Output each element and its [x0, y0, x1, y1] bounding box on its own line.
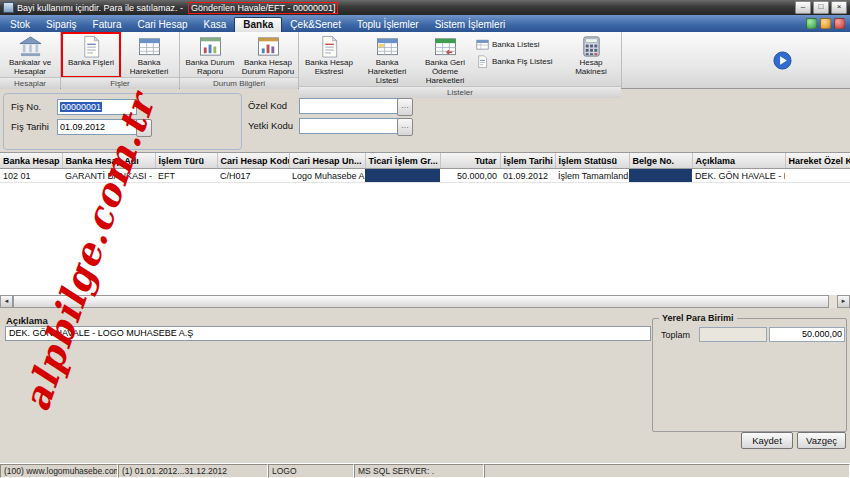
ozel-kod-label: Özel Kod: [248, 100, 287, 111]
save-button[interactable]: Kaydet: [741, 432, 793, 449]
ozel-kod-input[interactable]: [299, 98, 400, 114]
scrollbar-thumb[interactable]: [13, 295, 829, 308]
col-islem-turu[interactable]: İşlem Türü: [155, 153, 217, 169]
banka-hesap-ekstresi-button[interactable]: Banka Hesap Ekstresi: [300, 33, 358, 86]
blue-circle-button[interactable]: [773, 51, 792, 70]
fis-tarihi-value: 01.09.2012: [60, 122, 105, 132]
col-belge-no[interactable]: Belge No.: [629, 153, 692, 169]
listeler-small-buttons: Banka Listesi Banka Fiş Listesi: [474, 33, 562, 86]
menu-item-banka[interactable]: Banka: [234, 17, 282, 32]
menu-item-sistem-islemleri[interactable]: Sistem İşlemleri: [427, 17, 514, 32]
cell-belge-no[interactable]: [629, 169, 692, 183]
status-user: LOGO: [268, 464, 354, 478]
menu-item-stok[interactable]: Stok: [2, 17, 38, 32]
scroll-left-icon[interactable]: ◄: [0, 295, 13, 308]
minimize-button[interactable]: –: [795, 1, 811, 14]
cell-cari-hesap-unvani[interactable]: Logo Muhasebe A.Ş: [289, 169, 365, 183]
close-button[interactable]: ×: [831, 1, 847, 14]
table-row[interactable]: 102 01 GARANTİ BANKASI - KADIK... EFT C/…: [0, 169, 850, 183]
menu-item-fatura[interactable]: Fatura: [85, 17, 130, 32]
green-status-icon[interactable]: [806, 18, 817, 29]
cell-banka-hesap-adi[interactable]: GARANTİ BANKASI - KADIK...: [62, 169, 155, 183]
cancel-button[interactable]: Vazgeç: [797, 432, 846, 449]
button-label: Banka Hesap Ekstresi: [301, 59, 357, 77]
status-server: MS SQL SERVER: .: [354, 464, 484, 478]
col-islem-tarihi[interactable]: İşlem Tarihi: [500, 153, 555, 169]
banka-fisleri-button[interactable]: Banka Fişleri: [62, 33, 120, 77]
col-cari-hesap-kodu[interactable]: Cari Hesap Kodu: [217, 153, 289, 169]
status-bar: (100) www.logomuhasebe.com (1) 01.01.201…: [0, 463, 850, 478]
status-period: (1) 01.01.2012...31.12.2012: [118, 464, 268, 478]
hesap-makinesi-button[interactable]: Hesap Makinesi: [562, 33, 620, 86]
cell-islem-tarihi[interactable]: 01.09.2012: [500, 169, 555, 183]
window-controls: – □ ×: [795, 1, 847, 14]
cell-aciklama[interactable]: DEK. GÖN HAVALE - LOGO MUHA: [692, 169, 785, 183]
col-islem-statusu[interactable]: İşlem Statüsü: [555, 153, 629, 169]
yetki-kodu-label: Yetki Kodu: [248, 120, 293, 131]
ribbon-group-fisler: Banka Fişleri Banka Hareketleri Fişler: [61, 32, 180, 88]
banka-hareketleri-button[interactable]: Banka Hareketleri: [120, 33, 178, 77]
window-title: Bayi kullanımı içindir. Para ile satılam…: [17, 3, 183, 13]
title-bar: Bayi kullanımı içindir. Para ile satılam…: [0, 0, 850, 15]
banka-hareketleri-listesi-button[interactable]: Banka Hareketleri Listesi: [358, 33, 416, 86]
banka-fisleri-icon: [80, 35, 103, 58]
group-label-durum-bilgileri: Durum Bilgileri: [180, 77, 298, 89]
banka-geri-odeme-hareketleri-button[interactable]: Banka Geri Ödeme Hareketleri: [416, 33, 474, 86]
orange-status-icon[interactable]: [820, 18, 831, 29]
toplam-currency-field[interactable]: [699, 327, 767, 342]
banka-hesap-durum-raporu-button[interactable]: Banka Hesap Durum Raporu: [239, 33, 297, 77]
col-cari-hesap-unvani[interactable]: Cari Hesap Un...: [289, 153, 365, 169]
button-label: Banka Durum Raporu: [182, 59, 238, 77]
banka-listesi-icon: [476, 38, 489, 51]
cell-ticari-islem-grubu[interactable]: [365, 169, 440, 183]
fis-no-value: 00000001: [60, 102, 102, 112]
window-title-highlight: Gönderilen Havale/EFT - 00000001]: [188, 2, 338, 14]
red-status-icon[interactable]: [834, 18, 845, 29]
col-banka-hesap-kodu[interactable]: Banka Hesap K...: [0, 153, 62, 169]
scroll-right-icon[interactable]: ►: [837, 295, 850, 308]
menu-item-siparis[interactable]: Sipariş: [38, 17, 85, 32]
maximize-button[interactable]: □: [813, 1, 829, 14]
banka-hareketleri-icon: [138, 35, 161, 58]
yerel-para-birimi-title: Yerel Para Birimi: [659, 313, 737, 323]
col-hareket-ozel-kodu[interactable]: Hareket Özel K...: [785, 153, 850, 169]
cell-islem-turu[interactable]: EFT: [155, 169, 217, 183]
ribbon-tail: [622, 32, 850, 88]
banka-hesap-ekstresi-icon: [318, 35, 341, 58]
fis-info-panel: Fiş No. 00000001 Fiş Tarihi 01.09.2012 ▾: [3, 93, 242, 150]
yerel-para-birimi-groupbox: Yerel Para Birimi Toplam 50.000,00: [652, 318, 847, 432]
scrollbar-track[interactable]: [13, 295, 837, 308]
cell-hareket-ozel-kodu[interactable]: [785, 169, 850, 183]
ozel-kod-browse-button[interactable]: …: [397, 98, 413, 116]
menu-item-toplu-islemler[interactable]: Toplu İşlemler: [349, 17, 427, 32]
menu-item-kasa[interactable]: Kasa: [196, 17, 235, 32]
status-empty: [484, 464, 850, 478]
banka-listesi-button[interactable]: Banka Listesi: [476, 37, 560, 51]
col-banka-hesap-adi[interactable]: Banka Hesap Adı: [62, 153, 155, 169]
toplam-value-field[interactable]: 50.000,00: [769, 327, 845, 342]
banka-durum-raporu-button[interactable]: Banka Durum Raporu: [181, 33, 239, 77]
grid-horizontal-scrollbar: ◄ ►: [0, 294, 850, 308]
cell-tutar[interactable]: 50.000,00: [440, 169, 500, 183]
aciklama-input[interactable]: DEK. GÖN HAVALE - LOGO MUHASEBE A.Ş: [5, 326, 651, 341]
fis-no-input[interactable]: 00000001: [57, 99, 137, 115]
cell-banka-hesap-kodu[interactable]: 102 01: [0, 169, 62, 183]
fis-tarihi-label: Fiş Tarihi: [11, 121, 49, 132]
menu-item-cari-hesap[interactable]: Cari Hesap: [130, 17, 196, 32]
cell-islem-statusu[interactable]: İşlem Tamamlandı: [555, 169, 629, 183]
yetki-kodu-input[interactable]: [299, 118, 400, 134]
yetki-kodu-browse-button[interactable]: …: [397, 118, 413, 136]
menu-item-cek-senet[interactable]: Çek&Senet: [282, 17, 349, 32]
fis-tarihi-input[interactable]: 01.09.2012: [57, 119, 137, 135]
fis-tarihi-dropdown-button[interactable]: ▾: [136, 119, 152, 137]
button-label: Banka Listesi: [492, 40, 540, 49]
banka-hareketleri-listesi-icon: [376, 35, 399, 58]
col-tutar[interactable]: Tutar: [440, 153, 500, 169]
banka-fis-listesi-button[interactable]: Banka Fiş Listesi: [476, 54, 560, 68]
cell-cari-hesap-kodu[interactable]: C/H017: [217, 169, 289, 183]
bankalar-ve-hesaplar-button[interactable]: Bankalar ve Hesaplar: [1, 33, 59, 77]
col-aciklama[interactable]: Açıklama: [692, 153, 785, 169]
banka-durum-raporu-icon: [199, 35, 222, 58]
col-ticari-islem-grubu[interactable]: Ticari İşlem Gr...: [365, 153, 440, 169]
toplam-label: Toplam: [661, 330, 690, 340]
